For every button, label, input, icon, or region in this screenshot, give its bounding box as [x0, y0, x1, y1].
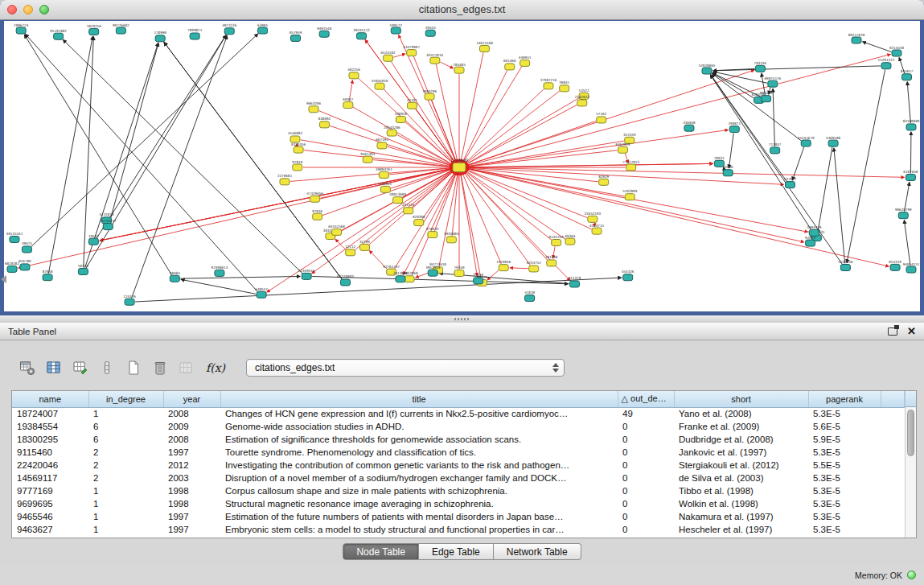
table-cell[interactable]: 9699695 [12, 497, 88, 510]
graph-node[interactable]: 1724040 [450, 158, 468, 172]
table-cell[interactable]: 2012 [163, 459, 220, 472]
table-cell[interactable]: 2008 [163, 407, 220, 420]
table-row[interactable]: 977716911998Corpus callosum shape and si… [12, 484, 905, 497]
graph-edge[interactable] [465, 168, 889, 266]
graph-node[interactable]: 37987216 [540, 78, 557, 89]
graph-node[interactable]: 6524102 [381, 51, 396, 62]
table-cell[interactable]: Tibbo et al. (1998) [674, 484, 808, 497]
graph-node[interactable]: 057959 [290, 31, 302, 42]
table-cell[interactable]: 9777169 [12, 484, 88, 497]
graph-edge[interactable] [465, 105, 577, 165]
graph-node[interactable]: 6234752 [527, 261, 542, 272]
graph-node[interactable]: 4469588 [826, 136, 841, 147]
table-cell[interactable]: 49 [618, 407, 674, 420]
graph-node[interactable]: 124376 [123, 295, 136, 306]
graph-node[interactable]: 92498613 [211, 266, 228, 277]
graph-edge[interactable] [847, 70, 885, 263]
graph-edge[interactable] [26, 34, 258, 291]
graph-edge[interactable] [465, 55, 890, 167]
table-cell[interactable]: 1997 [163, 510, 220, 523]
graph-node[interactable]: 6187640 [903, 170, 918, 181]
network-view[interactable]: 1724040731279138292951939993165219343537… [4, 21, 920, 311]
graph-node[interactable]: 15291222 [878, 58, 895, 69]
graph-edge[interactable] [180, 276, 300, 278]
table-cell[interactable]: 5.3E-5 [808, 472, 881, 484]
table-row[interactable]: 946554611997Estimation of the future num… [12, 510, 905, 523]
graph-node[interactable]: 0214438 [889, 46, 905, 57]
table-row[interactable]: 1830029562008Estimation of significance … [12, 433, 905, 446]
graph-node[interactable]: 845657 [901, 69, 914, 80]
graph-node[interactable]: 4073236 [222, 23, 237, 35]
graph-edge[interactable] [818, 147, 832, 233]
table-cell[interactable]: 1 [88, 523, 163, 536]
graph-node[interactable]: 178990 [154, 31, 166, 42]
tab-edge-table[interactable]: Edge Table [419, 543, 494, 560]
scrollbar-thumb[interactable] [907, 410, 914, 456]
table-cell[interactable]: Hescheler et al. (1997) [674, 523, 808, 536]
graph-edge[interactable] [465, 168, 808, 232]
table-cell[interactable]: Corpus callosum shape and size in male p… [220, 484, 618, 497]
graph-node[interactable]: 1829256 [87, 24, 102, 35]
tab-network-table[interactable]: Network Table [494, 543, 581, 560]
window-titlebar[interactable]: citations_edges.txt [0, 0, 924, 20]
graph-edge[interactable] [440, 62, 453, 68]
table-cell[interactable]: 2009 [163, 420, 220, 433]
graph-node[interactable]: 49675 [22, 241, 32, 253]
graph-node[interactable]: 47329656 [306, 192, 323, 203]
graph-edge[interactable] [164, 43, 342, 279]
column-header-2[interactable]: in_degree [88, 391, 163, 407]
graph-node[interactable]: 281468 [545, 255, 558, 266]
graph-edge[interactable] [48, 36, 92, 273]
graph-node[interactable]: 4353715 [589, 224, 605, 235]
table-cell[interactable]: 1 [88, 484, 163, 497]
graph-node[interactable]: 537827 [784, 177, 797, 188]
graph-node[interactable]: 640557 [255, 287, 268, 299]
table-cell[interactable]: 2003 [163, 472, 220, 484]
graph-edge[interactable] [465, 169, 587, 217]
table-cell[interactable]: 1997 [163, 523, 220, 536]
graph-node[interactable]: 40484 [170, 271, 180, 282]
table-cell[interactable]: 18300295 [12, 433, 88, 446]
table-cell[interactable]: Yano et al. (2008) [674, 407, 808, 420]
graph-node[interactable]: 6935084 [444, 232, 459, 243]
table-cell[interactable]: 0 [618, 472, 674, 484]
graph-node[interactable]: 0142250 [549, 235, 565, 246]
graph-node[interactable]: 92054 [805, 236, 815, 247]
show-columns-button[interactable] [44, 358, 64, 377]
table-cell[interactable]: Embryonic stem cells: a model to study s… [220, 523, 618, 536]
graph-edge[interactable] [466, 141, 624, 167]
graph-node[interactable]: 90626799 [895, 208, 912, 219]
graph-node[interactable]: 421378 [569, 276, 581, 287]
table-cell[interactable]: 0 [618, 523, 674, 536]
graph-node[interactable]: 093339 [760, 91, 773, 102]
table-cell[interactable]: 5.6E-5 [808, 420, 881, 433]
table-cell[interactable]: Disruption of a novel member of a sodium… [220, 472, 618, 484]
graph-node[interactable]: 190871 [729, 122, 741, 133]
graph-node[interactable]: 87846 [312, 209, 322, 220]
graph-edge[interactable] [465, 170, 565, 239]
graph-node[interactable]: 22107 [407, 98, 417, 109]
graph-node[interactable]: 20343286 [384, 126, 400, 137]
float-panel-icon[interactable] [888, 328, 897, 336]
table-cell[interactable]: 2008 [163, 433, 220, 446]
graph-edge[interactable] [389, 168, 453, 175]
graph-edge[interactable] [181, 279, 256, 294]
table-cell[interactable]: 0 [618, 459, 674, 472]
graph-edge[interactable] [465, 70, 754, 166]
table-cell[interactable]: 0 [618, 420, 674, 433]
graph-node[interactable]: 8320356 [291, 142, 306, 154]
graph-node[interactable]: 94014151 [903, 262, 920, 274]
graph-edge[interactable] [132, 35, 228, 298]
graph-node[interactable]: 42686 [723, 165, 733, 176]
graph-node[interactable]: 509172 [390, 23, 403, 35]
graph-node[interactable]: 5193999 [622, 189, 638, 200]
graph-node[interactable]: 57162 [596, 112, 606, 123]
graph-node[interactable]: 601466 [503, 59, 516, 70]
graph-node[interactable]: 12112 [345, 245, 355, 256]
graph-node[interactable]: 336040 [683, 121, 696, 132]
split-divider[interactable] [0, 315, 924, 323]
function-builder-button[interactable]: f(x) [203, 361, 228, 374]
graph-edge[interactable] [290, 167, 453, 181]
table-row[interactable]: 1456911722003Disruption of a novel membe… [12, 472, 905, 484]
graph-node[interactable]: 39345122 [353, 28, 370, 39]
